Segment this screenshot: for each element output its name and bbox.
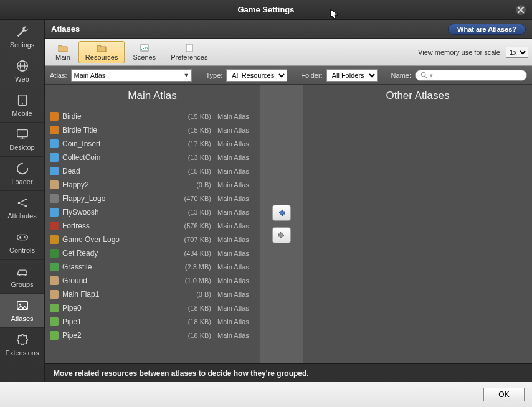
move-right-button[interactable] <box>272 227 291 243</box>
resource-row[interactable]: Fortress(576 KB)Main Atlas <box>49 219 256 233</box>
resource-row[interactable]: Flappy2(0 B)Main Atlas <box>49 178 256 192</box>
folder-icon <box>58 44 68 52</box>
resource-name: Main Flap1 <box>62 290 171 299</box>
resource-size: (2.3 MB) <box>171 263 211 271</box>
resource-size: (17 KB) <box>171 140 211 147</box>
svg-point-26 <box>421 72 425 76</box>
resource-icon <box>50 208 59 217</box>
resource-row[interactable]: Game Over Logo(707 KB)Main Atlas <box>49 233 256 246</box>
monitor-icon <box>16 128 29 141</box>
resource-atlas: Main Atlas <box>211 222 255 230</box>
resource-atlas: Main Atlas <box>211 291 255 298</box>
type-select[interactable]: All Resources <box>226 69 287 82</box>
other-list[interactable] <box>303 107 532 363</box>
transfer-controls <box>260 85 303 363</box>
resource-icon <box>50 180 59 189</box>
tab-main[interactable]: Main <box>49 41 77 63</box>
car-icon <box>16 264 29 278</box>
resource-row[interactable]: Birdie(15 KB)Main Atlas <box>49 110 256 123</box>
svg-point-19 <box>25 238 26 239</box>
sidebar-item-atlases[interactable]: Atlases <box>0 294 44 328</box>
sidebar-item-desktop[interactable]: Desktop <box>0 123 44 157</box>
resource-row[interactable]: Grasstile(2.3 MB)Main Atlas <box>49 260 256 274</box>
arrow-right-icon <box>277 231 286 240</box>
svg-point-10 <box>17 202 20 204</box>
sidebar-item-loader[interactable]: Loader <box>0 157 44 191</box>
move-left-button[interactable] <box>272 205 291 221</box>
svg-rect-7 <box>17 130 27 137</box>
resource-row[interactable]: Dead(15 KB)Main Atlas <box>49 164 256 178</box>
resource-icon <box>50 235 59 244</box>
close-button[interactable] <box>516 5 526 15</box>
resource-row[interactable]: Birdie Title(15 KB)Main Atlas <box>49 123 256 137</box>
resource-atlas: Main Atlas <box>211 332 255 339</box>
window-title: Game Settings <box>237 5 294 14</box>
sidebar-item-settings[interactable]: Settings <box>0 20 44 54</box>
gamepad-icon <box>16 230 29 244</box>
search-box[interactable]: ▾ <box>415 70 527 81</box>
sidebar-item-attributes[interactable]: Attributes <box>0 191 44 225</box>
resource-size: (13 KB) <box>171 208 211 216</box>
puzzle-icon <box>16 333 29 347</box>
help-button[interactable]: What are Atlases? <box>448 24 526 35</box>
sidebar-item-label: Atlases <box>11 315 33 322</box>
memory-scale-select[interactable]: 1x <box>506 47 528 58</box>
section-header: Atlases What are Atlases? <box>45 20 532 39</box>
pane-title-right: Other Atlases <box>303 85 532 107</box>
resource-row[interactable]: FlySwoosh(13 KB)Main Atlas <box>49 205 256 219</box>
sidebar-item-controls[interactable]: Controls <box>0 225 44 260</box>
resource-icon <box>50 317 59 326</box>
resource-row[interactable]: Main Flap1(0 B)Main Atlas <box>49 288 256 301</box>
tab-label: Preferences <box>171 54 207 61</box>
svg-rect-15 <box>17 235 27 240</box>
sidebar-item-web[interactable]: Web <box>0 54 44 88</box>
resource-name: Grasstile <box>62 263 171 271</box>
resource-atlas: Main Atlas <box>211 250 255 257</box>
resource-size: (576 KB) <box>171 222 211 230</box>
tab-resources[interactable]: Resources <box>78 41 125 63</box>
resource-list[interactable]: Birdie(15 KB)Main AtlasBirdie Title(15 K… <box>45 107 260 363</box>
resource-icon <box>50 249 59 258</box>
resource-name: Fortress <box>62 222 171 230</box>
search-input[interactable] <box>435 72 521 79</box>
resource-atlas: Main Atlas <box>211 113 255 120</box>
resource-row[interactable]: Coin_Insert(17 KB)Main Atlas <box>49 137 256 151</box>
sidebar-item-label: Mobile <box>12 110 32 117</box>
loading-icon <box>16 162 29 175</box>
sidebar-item-extensions[interactable]: Extensions <box>0 328 44 362</box>
sidebar-item-label: Loader <box>11 178 32 185</box>
sidebar-item-groups[interactable]: Groups <box>0 260 44 294</box>
ok-button[interactable]: OK <box>483 388 525 401</box>
toolbar: Main Resources Scenes Preferences View m… <box>45 39 532 66</box>
resource-row[interactable]: Ground(1.0 MB)Main Atlas <box>49 274 256 288</box>
resource-row[interactable]: Pipe1(18 KB)Main Atlas <box>49 315 256 329</box>
resource-row[interactable]: Pipe0(18 KB)Main Atlas <box>49 301 256 315</box>
resource-name: Birdie Title <box>62 126 171 134</box>
atlas-select[interactable]: Main Atlas ▼ <box>71 69 192 82</box>
pane-other-atlases: Other Atlases <box>303 85 532 363</box>
tab-preferences[interactable]: Preferences <box>164 41 214 63</box>
resource-size: (13 KB) <box>171 154 211 161</box>
resource-size: (0 B) <box>171 291 211 298</box>
folder-select[interactable]: All Folders <box>326 69 378 82</box>
resource-size: (15 KB) <box>171 167 211 175</box>
resource-icon <box>50 276 59 285</box>
resource-name: Get Ready <box>62 249 171 258</box>
resource-row[interactable]: Flappy_Logo(470 KB)Main Atlas <box>49 192 256 205</box>
resource-row[interactable]: Get Ready(434 KB)Main Atlas <box>49 246 256 260</box>
titlebar: Game Settings <box>0 0 532 20</box>
resource-row[interactable]: Pipe2(18 KB)Main Atlas <box>49 329 256 342</box>
pane-title-left: Main Atlas <box>45 85 260 107</box>
tab-label: Resources <box>85 54 118 61</box>
resource-size: (15 KB) <box>171 126 211 134</box>
svg-line-14 <box>20 204 24 206</box>
resource-icon <box>50 331 59 340</box>
sidebar-item-label: Attributes <box>7 212 36 220</box>
sidebar-item-mobile[interactable]: Mobile <box>0 88 44 123</box>
button-bar: OK <box>0 382 532 407</box>
tab-scenes[interactable]: Scenes <box>126 41 163 63</box>
svg-rect-25 <box>186 44 192 52</box>
resource-row[interactable]: CollectCoin(13 KB)Main Atlas <box>49 151 256 164</box>
image-icon <box>16 299 29 312</box>
resource-name: Birdie <box>62 112 171 121</box>
